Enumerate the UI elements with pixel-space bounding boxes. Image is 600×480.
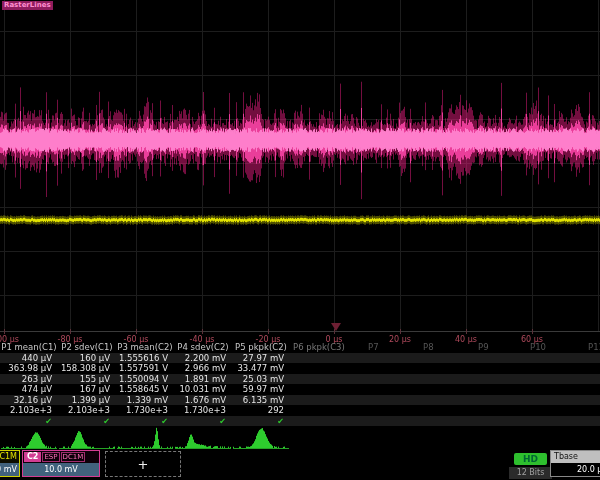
histicon-p5[interactable] xyxy=(233,427,289,451)
measurement-header-row: P1 mean(C1)P2 sdev(C1)P3 mean(C2)P4 sdev… xyxy=(0,342,600,353)
histicon-p4[interactable] xyxy=(175,427,231,451)
hd-mode-badge[interactable]: HD xyxy=(514,453,547,465)
time-axis-line xyxy=(0,331,600,332)
measurement-value: 263 µV xyxy=(0,374,58,385)
measurement-value: 1.550094 V xyxy=(116,374,174,385)
measurement-table: P1 mean(C1)P2 sdev(C1)P3 mean(C2)P4 sdev… xyxy=(0,342,600,426)
oscilloscope-screen: { "annotation": {"label": "RasterLines"}… xyxy=(0,0,600,480)
measurement-value: 440 µV xyxy=(0,353,58,364)
measurement-header-disabled[interactable]: P6 pkpk(C3) xyxy=(293,342,345,353)
trace-label: RasterLines xyxy=(2,1,53,10)
measurement-row-mean: 363.98 µV158.308 µV1.557591 V2.966 mV33.… xyxy=(0,363,600,374)
axis-tick xyxy=(532,329,533,334)
measurement-value: 2.200 mV xyxy=(174,353,232,364)
c1-scale: 10.0 mV xyxy=(0,463,19,476)
c2-scale: 10.0 mV xyxy=(23,463,99,476)
status-check-icon: ✔ xyxy=(277,417,284,426)
axis-tick xyxy=(202,329,203,334)
c2-coupling-badge: DC1M xyxy=(61,452,86,462)
measurement-header[interactable]: P3 mean(C2) xyxy=(116,342,174,353)
measurement-row-min: 263 µV155 µV1.550094 V1.891 mV25.03 mV xyxy=(0,374,600,385)
histicon-p2[interactable] xyxy=(59,427,115,451)
measurement-header-disabled[interactable]: P10 xyxy=(530,342,546,353)
axis-tick xyxy=(70,329,71,334)
measurement-value: 10.031 mV xyxy=(174,384,232,395)
status-check-icon: ✔ xyxy=(103,417,110,426)
measurement-value: 59.97 mV xyxy=(232,384,290,395)
measurement-value: 6.135 mV xyxy=(232,395,290,406)
measurement-header-disabled[interactable]: P7 xyxy=(368,342,379,353)
measurement-value: 155 µV xyxy=(58,374,116,385)
measurement-value: 1.339 mV xyxy=(116,395,174,406)
axis-tick xyxy=(466,329,467,334)
measurement-value: 363.98 µV xyxy=(0,363,58,374)
c2-esp-badge: ESP xyxy=(42,452,59,462)
measurement-row-num: 2.103e+32.103e+31.730e+31.730e+3292 xyxy=(0,405,600,416)
measurement-value: 167 µV xyxy=(58,384,116,395)
measurement-value: 2.966 mV xyxy=(174,363,232,374)
status-check-icon: ✔ xyxy=(161,417,168,426)
measurement-row-max: 474 µV167 µV1.558645 V10.031 mV59.97 mV xyxy=(0,384,600,395)
measurement-row-value: 440 µV160 µV1.555616 V2.200 mV27.97 mV xyxy=(0,353,600,364)
plus-icon: + xyxy=(138,457,149,472)
measurement-value: 474 µV xyxy=(0,384,58,395)
histicon-p3[interactable] xyxy=(117,427,173,451)
axis-tick xyxy=(334,329,335,334)
measurement-header[interactable]: P5 pkpk(C2) xyxy=(232,342,290,353)
axis-tick xyxy=(400,329,401,334)
axis-tick xyxy=(268,329,269,334)
measurement-value: 1.891 mV xyxy=(174,374,232,385)
measurement-value: 160 µV xyxy=(58,353,116,364)
graticule: RasterLines xyxy=(0,0,600,332)
measurement-value: 1.555616 V xyxy=(116,353,174,364)
measurement-row-sdev: 32.16 µV1.399 µV1.339 mV1.676 mV6.135 mV xyxy=(0,395,600,406)
measurement-value: 292 xyxy=(232,405,290,416)
measurement-value: 1.730e+3 xyxy=(174,405,232,416)
measurement-value: 1.676 mV xyxy=(174,395,232,406)
measurement-value: 1.730e+3 xyxy=(116,405,174,416)
channel-c2-descriptor[interactable]: C2 ESP DC1M 10.0 mV xyxy=(22,450,100,477)
time-axis: -100 µs-80 µs-60 µs-40 µs-20 µs0 µs20 µs… xyxy=(0,326,600,342)
waveform-display[interactable] xyxy=(0,0,600,332)
measurement-value: 2.103e+3 xyxy=(0,405,58,416)
measurement-value: 25.03 mV xyxy=(232,374,290,385)
c1-label: C1 DC1M xyxy=(0,451,19,463)
measurement-header[interactable]: P4 sdev(C2) xyxy=(174,342,232,353)
axis-tick xyxy=(4,329,5,334)
hd-bits-label: 12 Bits xyxy=(509,467,552,479)
measurement-value: 27.97 mV xyxy=(232,353,290,364)
tbase-scale: 20.0 µs/div xyxy=(551,463,600,476)
measurement-value: 1.399 µV xyxy=(58,395,116,406)
measurement-header-disabled[interactable]: P8 xyxy=(423,342,434,353)
measurement-value: 33.477 mV xyxy=(232,363,290,374)
trigger-position-icon[interactable] xyxy=(331,323,341,331)
descriptor-bar: C1 DC1M 10.0 mV C2 ESP DC1M 10.0 mV + HD… xyxy=(0,449,600,480)
status-check-icon: ✔ xyxy=(219,417,226,426)
add-trace-button[interactable]: + xyxy=(105,451,181,477)
tbase-label: Tbase xyxy=(551,451,600,463)
measurement-header[interactable]: P1 mean(C1) xyxy=(0,342,58,353)
measurement-header-disabled[interactable]: P11 xyxy=(588,342,600,353)
c2-label: C2 xyxy=(24,452,41,462)
timebase-descriptor[interactable]: Tbase 20.0 µs/div xyxy=(550,450,600,477)
status-check-icon: ✔ xyxy=(45,417,52,426)
measurement-value: 1.558645 V xyxy=(116,384,174,395)
measurement-value: 1.557591 V xyxy=(116,363,174,374)
histicon-p1[interactable] xyxy=(1,427,57,451)
channel-c1-descriptor[interactable]: C1 DC1M 10.0 mV xyxy=(0,450,20,477)
measurement-value: 2.103e+3 xyxy=(58,405,116,416)
measurement-header-disabled[interactable]: P9 xyxy=(478,342,489,353)
histicon-row xyxy=(0,427,600,451)
axis-tick xyxy=(136,329,137,334)
measurement-header[interactable]: P2 sdev(C1) xyxy=(58,342,116,353)
measurement-value: 32.16 µV xyxy=(0,395,58,406)
measurement-value: 158.308 µV xyxy=(58,363,116,374)
measurement-row-status: ✔✔✔✔✔ xyxy=(0,416,600,427)
